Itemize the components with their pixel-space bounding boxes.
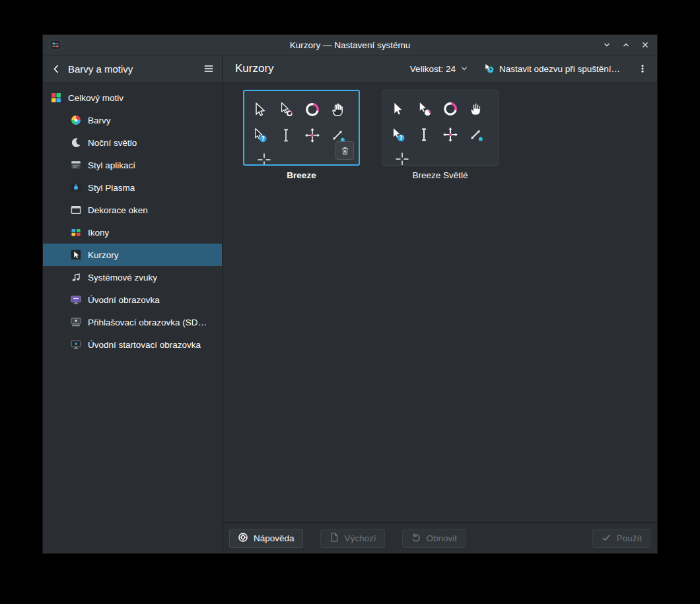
sidebar-item-label: Noční světlo xyxy=(88,138,137,148)
window-title: Kurzory — Nastavení systému xyxy=(290,40,410,50)
sidebar-item-label: Ikony xyxy=(88,228,109,238)
arrow-question-cursor-icon: ? xyxy=(252,127,267,143)
sidebar-item-cursors[interactable]: Kurzory xyxy=(43,244,222,266)
launch-feedback-button[interactable]: Nastavit odezvu při spuštění… xyxy=(483,63,620,75)
chevron-down-icon xyxy=(461,64,468,74)
system-sounds-icon xyxy=(71,272,81,283)
sidebar-item-label: Styl Plasma xyxy=(88,183,135,193)
main-header: Kurzory Velikost: 24 Nastavit odezvu při… xyxy=(223,55,657,83)
sidebar-item-splash-screen[interactable]: Úvodní obrazovka xyxy=(43,288,222,311)
ibeam-cursor-icon xyxy=(416,127,432,143)
hamburger-menu-icon[interactable] xyxy=(203,63,214,74)
system-settings-app-icon[interactable] xyxy=(50,39,61,51)
sidebar-item-colors[interactable]: Barvy xyxy=(43,109,222,131)
sidebar-item-label: Celkový motiv xyxy=(68,93,123,103)
global-theme-icon xyxy=(51,92,61,103)
arrow-question-cursor-icon: ? xyxy=(390,127,405,143)
cursor-size-label: Velikost: 24 xyxy=(410,64,456,74)
launch-feedback-label: Nastavit odezvu při spuštění… xyxy=(499,64,620,74)
checkmark-icon xyxy=(601,532,612,545)
move-cursor-icon xyxy=(304,127,320,143)
sidebar-item-application-style[interactable]: Styl aplikací xyxy=(43,154,222,176)
cursor-theme-breeze-sv-tl[interactable]: ? Breeze Světlé xyxy=(382,90,499,180)
sidebar-item-system-sounds[interactable]: Systémové zvuky xyxy=(43,266,222,288)
splash-screen-icon xyxy=(71,294,81,305)
plasma-style-icon xyxy=(71,182,81,193)
crosshair-cursor-icon xyxy=(394,151,410,166)
delete-theme-button[interactable] xyxy=(335,141,354,160)
move-cursor-icon xyxy=(442,127,458,143)
sidebar-item-label: Styl aplikací xyxy=(88,160,135,170)
hand-cursor-icon xyxy=(468,101,484,117)
sidebar: Barvy a motivy Celkový motivBarvyNoční s… xyxy=(43,55,223,553)
sidebar-item-night-light[interactable]: Noční světlo xyxy=(43,131,222,154)
maximize-icon[interactable] xyxy=(621,40,631,50)
cursor-theme-grid: ? Breeze ? Breeze Světlé xyxy=(223,83,657,522)
back-icon[interactable] xyxy=(51,63,61,74)
sidebar-item-label: Přihlašovací obrazovka (SD… xyxy=(88,318,207,327)
svg-text:?: ? xyxy=(400,135,403,141)
help-icon xyxy=(238,532,248,545)
sidebar-item-label: Barvy xyxy=(88,116,111,125)
colors-icon xyxy=(71,115,81,125)
sidebar-list: Celkový motivBarvyNoční světloStyl aplik… xyxy=(43,83,222,360)
icons-icon xyxy=(71,227,81,238)
sidebar-item-label: Systémové zvuky xyxy=(88,273,157,283)
sidebar-item-label: Úvodní startovací obrazovka xyxy=(88,340,201,350)
busy-cursor-icon xyxy=(304,102,320,117)
main-panel: Kurzory Velikost: 24 Nastavit odezvu při… xyxy=(223,55,657,553)
defaults-button[interactable]: Výchozí xyxy=(320,529,385,548)
busy-cursor-icon xyxy=(442,101,458,117)
footer-toolbar: Nápověda Výchozí Obnovit Použít xyxy=(223,522,657,553)
cursors-icon xyxy=(71,250,81,260)
cursor-theme-preview[interactable]: ? xyxy=(243,90,360,166)
page-title: Kurzory xyxy=(235,62,274,75)
arrow-cursor-icon xyxy=(252,102,267,117)
sidebar-header: Barvy a motivy xyxy=(43,55,222,83)
system-settings-window: Kurzory — Nastavení systému Barvy a moti… xyxy=(42,34,658,554)
help-button[interactable]: Nápověda xyxy=(229,529,303,548)
sidebar-item-global-theme[interactable]: Celkový motiv xyxy=(43,86,222,109)
boot-splash-icon xyxy=(71,339,81,350)
cursor-theme-preview[interactable]: ? xyxy=(382,90,499,166)
launch-feedback-icon xyxy=(483,63,494,75)
sidebar-item-login-screen[interactable]: Přihlašovací obrazovka (SD… xyxy=(43,311,222,333)
cursor-theme-name: Breeze Světlé xyxy=(382,170,499,180)
cursor-size-dropdown[interactable]: Velikost: 24 xyxy=(410,64,468,74)
login-screen-icon xyxy=(71,317,81,327)
sidebar-item-label: Dekorace oken xyxy=(88,205,148,215)
hand-cursor-icon xyxy=(330,102,346,117)
overflow-menu-icon[interactable] xyxy=(636,64,649,73)
sidebar-item-label: Kurzory xyxy=(88,250,119,260)
arrow-cursor-icon xyxy=(390,101,405,117)
sidebar-item-plasma-style[interactable]: Styl Plasma xyxy=(43,176,222,199)
apply-button[interactable]: Použít xyxy=(592,529,650,548)
resize-cursor-icon xyxy=(468,127,484,143)
svg-text:?: ? xyxy=(262,136,265,142)
desktop-background: Kurzory — Nastavení systému Barvy a moti… xyxy=(0,0,700,604)
ibeam-cursor-icon xyxy=(278,127,294,143)
crosshair-cursor-icon xyxy=(256,152,272,166)
window-decorations-icon xyxy=(71,205,81,215)
undo-icon xyxy=(411,532,421,545)
sidebar-title: Barvy a motivy xyxy=(68,63,197,75)
sidebar-item-label: Úvodní obrazovka xyxy=(88,295,160,305)
application-style-icon xyxy=(71,160,81,170)
cursor-theme-breeze[interactable]: ? Breeze xyxy=(243,90,360,180)
titlebar[interactable]: Kurzory — Nastavení systému xyxy=(43,35,657,55)
sidebar-item-icons[interactable]: Ikony xyxy=(43,221,222,244)
sidebar-item-window-decorations[interactable]: Dekorace oken xyxy=(43,199,222,221)
close-icon[interactable] xyxy=(640,40,650,50)
sidebar-item-boot-splash[interactable]: Úvodní startovací obrazovka xyxy=(43,333,222,356)
reset-button[interactable]: Obnovit xyxy=(402,529,466,548)
minimize-icon[interactable] xyxy=(602,40,612,50)
night-light-icon xyxy=(71,137,81,148)
arrow-busy-cursor-icon xyxy=(278,102,294,117)
cursor-theme-name: Breeze xyxy=(243,170,360,180)
arrow-busy-cursor-icon xyxy=(416,101,432,117)
defaults-icon xyxy=(329,532,339,545)
